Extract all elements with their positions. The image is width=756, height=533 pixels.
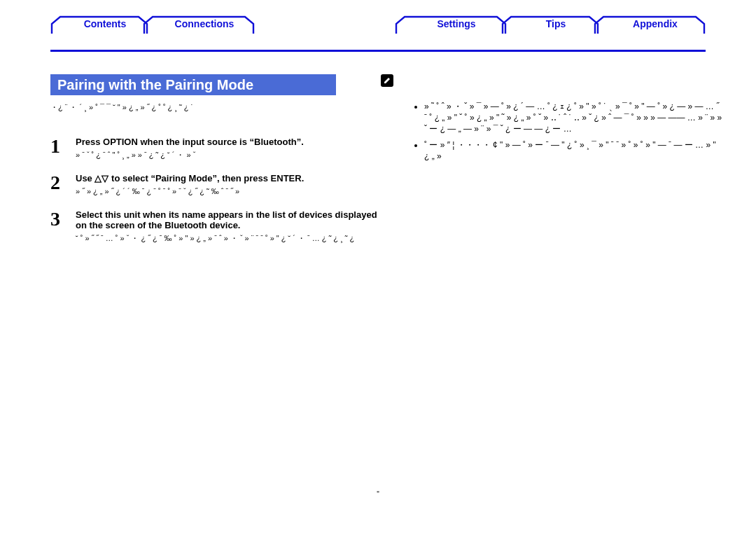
section-row: Pairing with the Pairing Mode	[0, 55, 756, 95]
tab-appendix[interactable]: Appendix	[594, 15, 706, 35]
left-column: ・¿ ¨ ・ ´ ¸ » ˚ ¯ ¯ ˘ " » ¿ „ » ˝ ¿ ˚ ˚ ¿…	[50, 98, 386, 256]
step-number: 3	[50, 209, 76, 229]
step-sub: » ˉ ˇ ˚ ¿ ˉ ˆ " ˚ ¸ „ » » ˉ ¿ ˜ ¿ ˘ ´ ・ …	[76, 150, 386, 160]
step-3: 3 Select this unit when its name appears…	[50, 209, 386, 244]
tab-settings[interactable]: Settings	[395, 15, 507, 35]
step-sub: » ˝ » ¿ „ » ˝ ¿ ´ ´ ‰ ˉ ¿ ˉ ˚ ˉ ˚ » ˉ ˇ …	[76, 186, 386, 197]
steps-list: 1 Press OPTION when the input source is …	[50, 137, 386, 244]
step-sub: ˘ ˚ » ˝ ˝ ˉ … ˚ » ˇ ・ ¿ ˝ ¿ ˉ ‰ ˚ » " » …	[76, 233, 386, 244]
tab-tips[interactable]: Tips	[501, 15, 599, 35]
page-mark: "	[0, 490, 756, 498]
note-bullet: » ˜ ˚ ˆ » ・ ˇ » ¯ » ― ˚ » ¿ ´ ― … ˚ ¿ ｪ …	[424, 101, 722, 135]
nav-bottom-rule	[50, 50, 706, 52]
step-strong: Use △▽ to select “Pairing Mode”, then pr…	[76, 173, 386, 184]
top-nav: Contents Connections Settings Tips	[0, 14, 756, 55]
note-bullet: ˚ ー » ″ ¦ ・・・・ ¢ " » ― ˚ » ー ˉ ― " ¿ ˚ »…	[424, 139, 722, 162]
section-title: Pairing with the Pairing Mode	[50, 74, 336, 95]
step-number: 2	[50, 173, 76, 193]
tab-connections-label: Connections	[143, 18, 266, 29]
tab-connections[interactable]: Connections	[143, 15, 255, 35]
nav-tabs: Contents Connections Settings Tips	[50, 15, 706, 35]
step-number: 1	[50, 137, 76, 156]
step-text: Press OPTION when the input source is “B…	[76, 137, 386, 160]
step-2: 2 Use △▽ to select “Pairing Mode”, then …	[50, 173, 386, 197]
tab-settings-label: Settings	[395, 18, 518, 29]
step-1: 1 Press OPTION when the input source is …	[50, 137, 386, 160]
step-strong: Select this unit when its name appears i…	[76, 209, 386, 230]
right-column: » ˜ ˚ ˆ » ・ ˇ » ¯ » ― ˚ » ¿ ´ ― … ˚ ¿ ｪ …	[414, 98, 722, 256]
body: ・¿ ¨ ・ ´ ¸ » ˚ ¯ ¯ ˘ " » ¿ „ » ˝ ¿ ˚ ˚ ¿…	[0, 98, 756, 256]
step-strong: Press OPTION when the input source is “B…	[76, 137, 386, 147]
tab-contents[interactable]: Contents	[50, 15, 148, 35]
intro-garble: ・¿ ¨ ・ ´ ¸ » ˚ ¯ ¯ ˘ " » ¿ „ » ˝ ¿ ˚ ˚ ¿…	[50, 102, 386, 113]
note-bullets: » ˜ ˚ ˆ » ・ ˇ » ¯ » ― ˚ » ¿ ´ ― … ˚ ¿ ｪ …	[424, 101, 722, 162]
tab-appendix-label: Appendix	[594, 18, 717, 29]
step-text: Select this unit when its name appears i…	[76, 209, 386, 244]
step-text: Use △▽ to select “Pairing Mode”, then pr…	[76, 173, 386, 197]
pencil-note-icon	[381, 74, 393, 87]
